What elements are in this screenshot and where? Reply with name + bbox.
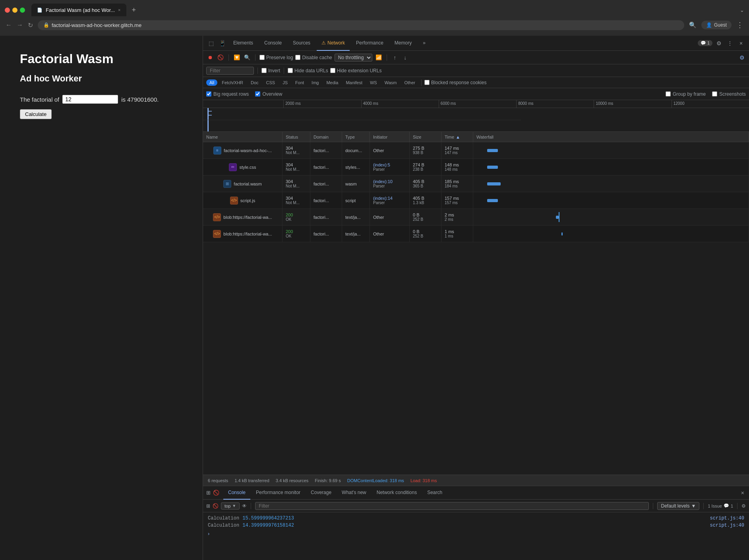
filter-ws[interactable]: WS	[367, 79, 380, 86]
refresh-button[interactable]: ↻	[28, 21, 33, 29]
filter-js[interactable]: JS	[279, 79, 291, 86]
filter-manifest[interactable]: Manifest	[343, 79, 366, 86]
filter-other[interactable]: Other	[401, 79, 418, 86]
console-tab-console[interactable]: Console	[223, 486, 250, 500]
calculate-button[interactable]: Calculate	[20, 109, 52, 119]
console-tab-network-conditions[interactable]: Network conditions	[372, 486, 422, 500]
forward-button[interactable]: →	[17, 21, 23, 29]
hide-ext-urls-checkbox[interactable]	[330, 68, 335, 73]
console-close-button[interactable]: ×	[739, 490, 746, 496]
devtools-inspect-icon[interactable]: ⬚	[206, 39, 216, 48]
filter-fetch-xhr[interactable]: Fetch/XHR	[219, 79, 246, 86]
table-row[interactable]: </> blob:https://factorial-wa... 200 OK …	[203, 226, 749, 242]
back-button[interactable]: ←	[6, 21, 12, 29]
new-tab-button[interactable]: +	[130, 5, 139, 15]
filter-css[interactable]: CSS	[263, 79, 279, 86]
th-size[interactable]: Size	[410, 132, 441, 142]
console-tab-search[interactable]: Search	[422, 486, 447, 500]
console-clear-icon[interactable]: 🚫	[213, 503, 219, 509]
filter-font[interactable]: Font	[292, 79, 307, 86]
more-options-button[interactable]: ⋮	[736, 21, 743, 29]
default-levels-selector[interactable]: Default levels ▼	[657, 502, 699, 510]
timeline-area[interactable]: 2000 ms 4000 ms 6000 ms 8000 ms 10000 ms…	[203, 100, 749, 132]
group-by-frame-label[interactable]: Group by frame	[666, 91, 706, 97]
group-by-frame-checkbox[interactable]	[666, 91, 671, 97]
wifi-icon[interactable]: 📶	[375, 54, 383, 62]
hide-ext-urls-label[interactable]: Hide extension URLs	[330, 68, 382, 73]
table-row[interactable]: ⊞ factorial.wasm 304 Not M... factori...…	[203, 176, 749, 192]
expand-tabs-button[interactable]: ⌄	[740, 7, 744, 13]
overview-label[interactable]: Overview	[255, 91, 282, 97]
active-tab[interactable]: 📄 Factorial Wasm (ad hoc Wor... ×	[31, 4, 126, 16]
devtools-settings-icon[interactable]: ⚙	[714, 39, 724, 48]
table-row[interactable]: ✏ style.css 304 Not M... factori... styl…	[203, 159, 749, 176]
tab-memory[interactable]: Memory	[390, 36, 416, 51]
factorial-input[interactable]	[62, 95, 118, 104]
th-initiator[interactable]: Initiator	[370, 132, 410, 142]
console-tab-performance[interactable]: Performance monitor	[251, 486, 305, 500]
console-settings-icon[interactable]: ⚙	[741, 503, 746, 509]
th-type[interactable]: Type	[342, 132, 370, 142]
big-rows-checkbox[interactable]	[206, 91, 211, 97]
tab-network[interactable]: ⚠ Network	[317, 36, 350, 51]
filter-media[interactable]: Media	[323, 79, 341, 86]
invert-checkbox[interactable]	[261, 68, 267, 73]
disable-cache-label[interactable]: Disable cache	[295, 55, 332, 60]
traffic-light-red[interactable]	[5, 8, 10, 13]
hide-data-urls-label[interactable]: Hide data URLs	[288, 68, 328, 73]
screenshots-checkbox[interactable]	[712, 91, 717, 97]
screenshots-label[interactable]: Screenshots	[712, 91, 746, 97]
th-waterfall[interactable]: Waterfall	[473, 132, 749, 142]
tab-more[interactable]: »	[418, 36, 430, 51]
export-button[interactable]: ↓	[401, 54, 409, 62]
table-row[interactable]: </> blob:https://factorial-wa... 200 OK …	[203, 209, 749, 226]
invert-label[interactable]: Invert	[261, 68, 280, 73]
filter-all[interactable]: All	[206, 79, 217, 86]
th-status[interactable]: Status	[283, 132, 310, 142]
search-icon[interactable]: 🔍	[243, 54, 251, 62]
preserve-log-checkbox[interactable]	[259, 55, 265, 60]
import-button[interactable]: ↑	[391, 54, 399, 62]
blocked-response-checkbox[interactable]	[424, 80, 430, 85]
network-settings-icon[interactable]: ⚙	[738, 54, 746, 62]
url-bar[interactable]: 🔒 factorial-wasm-ad-hoc-worker.glitch.me	[38, 20, 684, 30]
table-row[interactable]: ≡ factorial-wasm-ad-hoc-... 304 Not M...…	[203, 142, 749, 159]
record-button[interactable]: ⏺	[206, 54, 214, 62]
devtools-device-icon[interactable]: 📱	[217, 39, 227, 48]
table-row[interactable]: </> script.js 304 Not M... factori... sc…	[203, 192, 749, 209]
preserve-log-label[interactable]: Preserve log	[259, 55, 293, 60]
filter-input[interactable]	[206, 67, 254, 75]
console-tab-whatsnew[interactable]: What's new	[337, 486, 371, 500]
console-sidebar-icon[interactable]: ⊞	[206, 503, 210, 509]
tab-elements[interactable]: Elements	[228, 36, 258, 51]
tab-close-button[interactable]: ×	[118, 8, 120, 12]
big-rows-label[interactable]: Big request rows	[206, 91, 249, 97]
devtools-close-icon[interactable]: ×	[736, 39, 746, 48]
throttle-select[interactable]: No throttling	[335, 54, 372, 62]
th-domain[interactable]: Domain	[310, 132, 342, 142]
blocked-response-label[interactable]: Blocked response cookies	[424, 80, 486, 85]
console-eye-icon[interactable]: 👁	[242, 503, 247, 509]
filter-wasm[interactable]: Wasm	[381, 79, 400, 86]
filter-img[interactable]: Img	[308, 79, 322, 86]
filter-icon[interactable]: 🔽	[233, 54, 241, 62]
disable-cache-checkbox[interactable]	[295, 55, 300, 60]
hide-data-urls-checkbox[interactable]	[288, 68, 293, 73]
overview-checkbox[interactable]	[255, 91, 260, 97]
guest-button[interactable]: 👤 Guest	[701, 21, 732, 29]
devtools-more-icon[interactable]: ⋮	[725, 39, 735, 48]
traffic-light-green[interactable]	[20, 8, 25, 13]
tab-sources[interactable]: Sources	[288, 36, 315, 51]
filter-doc[interactable]: Doc	[248, 79, 262, 86]
top-context-selector[interactable]: top ▼	[221, 502, 240, 510]
tab-performance[interactable]: Performance	[351, 36, 388, 51]
traffic-light-yellow[interactable]	[12, 8, 17, 13]
console-filter-input[interactable]	[255, 502, 649, 510]
console-tab-coverage[interactable]: Coverage	[306, 486, 336, 500]
th-time[interactable]: Time ▲	[441, 132, 473, 142]
clear-button[interactable]: 🚫	[217, 54, 225, 62]
console-prompt[interactable]: ›	[203, 529, 749, 538]
zoom-button[interactable]: 🔍	[689, 21, 697, 29]
th-name[interactable]: Name	[203, 132, 283, 142]
tab-console[interactable]: Console	[259, 36, 286, 51]
